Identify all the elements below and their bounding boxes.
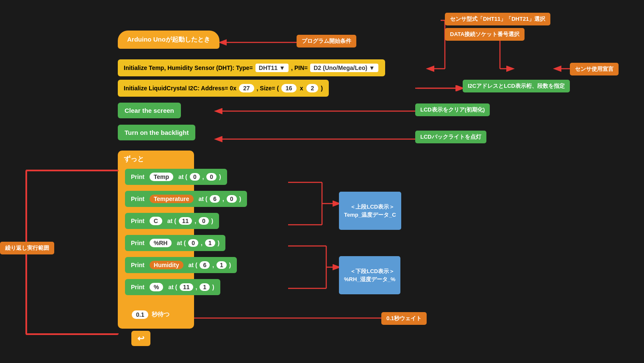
sensor-type-annotation: センサ型式「DHT11」「DHT21」選択 [445,13,550,25]
init-dht-block: Initialize Temp, Humidity Sensor (DHT): … [118,59,385,76]
wait-val: 0.1 [132,310,148,319]
lcd-width: 16 [281,84,297,92]
backlight-block: Turn on the backlight [118,125,195,140]
print3-val: C [150,217,162,225]
print-humidity-block: Print Humidity at ( 6 , 1 ) [125,257,237,273]
pin-dropdown[interactable]: D2 (Uno/Mega/Leo) ▼ [310,64,378,72]
init-dht-prefix: Initialize Temp, Humidity Sensor (DHT): … [124,64,253,71]
lcd-height: 2 [306,84,318,92]
print-temp-block: Print Temp at ( 0 , 0 ) [125,169,227,185]
print-percent-block: Print % at ( 11 , 1 ) [125,279,220,295]
print-rh-block: Print %RH at ( 0 , 1 ) [125,235,225,251]
init-lcd-block: Initialize LiquidCrystal I2C: Address= 0… [118,80,329,97]
backlight-annotation: LCDバックライトを点灯 [415,131,486,143]
clear-annotation: LCD表示をクリア(初期化) [415,103,490,116]
return-arrow: ↩ [131,331,150,346]
print-temperature-block: Print Temperature at ( 6 , 0 ) [125,191,247,207]
lcd-size-prefix: , Size= ( [257,85,279,92]
arduino-start-label: Arduino Unoが起動したとき [127,36,210,43]
print5-val: Humidity [150,261,183,269]
sensor-declare-annotation: センサ使用宣言 [570,63,619,75]
print-c-block: Print C at ( 11 , 0 ) [125,213,219,229]
dht-type-dropdown[interactable]: DHT11 ▼ [255,64,289,72]
lower-lcd-annotation: ＜下段LCD表示＞ %RH_湿度データ_% [339,256,400,294]
i2c-annotation: I2CアドレスとLCD表示桁、段数を指定 [463,80,570,92]
data-socket-annotation: DATA接続ソケット番号選択 [445,28,525,41]
upper-lcd-annotation: ＜上段LCD表示＞ Temp_温度データ_C [339,192,401,230]
clear-screen-block: Clear the screen [118,103,181,118]
wait-annotation: 0.1秒ウェイト [381,312,427,325]
print4-val: %RH [150,239,172,247]
init-lcd-prefix: Initialize LiquidCrystal I2C: Address= 0… [124,85,236,92]
loop-label: 繰り返し実行範囲 [0,242,54,254]
lcd-addr: 27 [239,84,254,92]
forever-label: ずっと [124,155,144,162]
lcd-x: x [300,85,303,92]
program-start-annotation: プログラム開始条件 [297,35,356,47]
print2-val: Temperature [150,195,194,203]
pin-label: , PIN= [291,64,308,71]
wait-block: 0.1 秒待つ [125,307,175,322]
arduino-start-block: Arduino Unoが起動したとき [118,31,219,49]
print6-val: % [150,283,163,291]
lcd-size-suffix: ) [321,85,323,92]
print1-val: Temp [150,173,173,181]
wait-suffix: 秒待つ [152,311,169,318]
